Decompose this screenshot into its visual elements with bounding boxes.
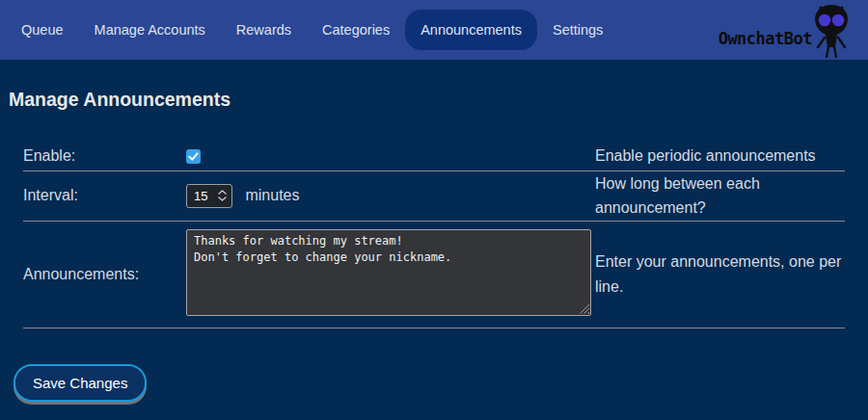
announcements-textarea-wrap: Thanks for watching my stream! Don't for… (186, 229, 591, 316)
interval-label: Interval: (23, 187, 78, 203)
number-spinner[interactable] (218, 190, 231, 201)
page-title: Manage Announcements (9, 89, 845, 111)
nav-item-categories[interactable]: Categories (307, 10, 405, 51)
top-nav: Queue Manage Accounts Rewards Categories… (0, 0, 868, 60)
interval-value: 15 (187, 189, 218, 203)
main-content: Manage Announcements Enable: Enable peri… (0, 89, 868, 402)
logo-text: OwnchatBot (719, 29, 812, 60)
enable-row: Enable: Enable periodic announcements (23, 142, 845, 171)
interval-unit-label: minutes (245, 187, 299, 203)
chevron-down-icon (218, 197, 227, 201)
announcements-textarea[interactable]: Thanks for watching my stream! Don't for… (186, 229, 591, 316)
enable-checkbox[interactable] (186, 149, 201, 164)
announcements-row: Announcements: Thanks for watching my st… (23, 221, 845, 328)
enable-help-text: Enable periodic announcements (595, 147, 816, 164)
nav-item-queue[interactable]: Queue (6, 10, 79, 51)
robot-mascot-icon (810, 4, 853, 58)
interval-input[interactable]: 15 (186, 184, 232, 208)
announcements-help-text: Enter your announcements, one per line. (595, 253, 841, 295)
interval-help-text: How long between each announcement? (595, 175, 760, 217)
nav-item-manage-accounts[interactable]: Manage Accounts (79, 10, 221, 51)
logo: OwnchatBot (719, 0, 853, 60)
save-changes-button[interactable]: Save Changes (14, 364, 147, 402)
nav-item-settings[interactable]: Settings (537, 10, 618, 51)
checkmark-icon (186, 149, 201, 164)
nav-item-announcements[interactable]: Announcements (405, 10, 537, 51)
chevron-up-icon (218, 190, 227, 195)
interval-row: Interval: 15 minutes How (23, 171, 845, 221)
nav-item-rewards[interactable]: Rewards (221, 10, 307, 51)
announcements-form: Enable: Enable periodic announcements In… (23, 142, 845, 328)
announcements-label: Announcements: (23, 266, 139, 282)
enable-label: Enable: (23, 147, 75, 164)
